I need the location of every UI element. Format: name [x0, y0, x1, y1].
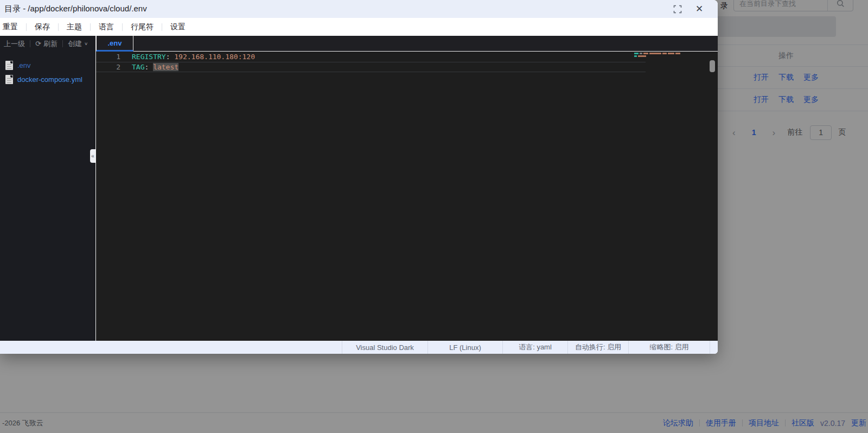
status-language[interactable]: 语言: yaml — [502, 341, 567, 354]
editor-statusbar: Visual Studio Dark LF (Linux) 语言: yaml 自… — [0, 341, 718, 354]
file-editor-dialog: 目录 - /app/docker/philonova/cloud/.env ✕ … — [0, 0, 718, 354]
dialog-title: 目录 - /app/docker/philonova/cloud/.env — [4, 4, 672, 14]
dialog-titlebar: 目录 - /app/docker/philonova/cloud/.env ✕ — [0, 0, 718, 18]
divider — [62, 40, 63, 47]
file-icon — [5, 75, 13, 84]
code-line-1: REGISTRY: 192.168.110.180:120 — [132, 52, 255, 62]
file-item-docker-compose[interactable]: docker-compose.yml — [0, 72, 95, 86]
create-button[interactable]: 创建 ∨ — [68, 39, 88, 49]
file-item-env[interactable]: .env — [0, 58, 95, 72]
editor-scrollbar[interactable] — [710, 60, 715, 72]
line-number: 2 — [96, 62, 120, 72]
code-line-2: TAG: latest — [132, 62, 255, 72]
statusbar-end — [710, 341, 718, 354]
divider — [30, 40, 30, 47]
close-icon: ✕ — [695, 4, 703, 14]
status-line-ending[interactable]: LF (Linux) — [427, 341, 502, 354]
code-editor[interactable]: 1 2 REGISTRY: 192.168.110.180:120 TAG: l… — [96, 52, 718, 341]
line-number-gutter: 1 2 — [96, 52, 120, 72]
sidebar-collapse-button[interactable]: « — [90, 149, 95, 163]
file-list: .env docker-compose.yml — [0, 52, 95, 86]
collapse-icon: « — [91, 153, 94, 159]
minimap[interactable] — [634, 53, 694, 58]
menu-language[interactable]: 语言 — [91, 22, 122, 32]
refresh-button[interactable]: ⟳ 刷新 — [35, 39, 58, 49]
up-level-button[interactable]: 上一级 — [4, 39, 25, 49]
file-tree-panel: 上一级 ⟳ 刷新 创建 ∨ .env — [0, 36, 96, 341]
file-icon — [5, 61, 13, 70]
fullscreen-button[interactable] — [672, 4, 683, 15]
file-tree-toolbar: 上一级 ⟳ 刷新 创建 ∨ — [0, 36, 95, 52]
line-number: 1 — [96, 52, 120, 62]
status-minimap[interactable]: 缩略图: 启用 — [628, 341, 710, 354]
status-theme[interactable]: Visual Studio Dark — [342, 341, 427, 354]
fullscreen-icon — [673, 5, 682, 14]
chevron-down-icon: ∨ — [84, 41, 88, 46]
menu-reset[interactable]: 重置 — [3, 22, 26, 32]
status-word-wrap[interactable]: 自动换行: 启用 — [567, 341, 628, 354]
code-area: REGISTRY: 192.168.110.180:120 TAG: lates… — [132, 52, 255, 72]
selected-text: latest — [153, 63, 178, 71]
menu-save[interactable]: 保存 — [27, 22, 58, 32]
close-button[interactable]: ✕ — [694, 4, 705, 15]
menu-theme[interactable]: 主题 — [59, 22, 90, 32]
menu-line-ending[interactable]: 行尾符 — [123, 22, 162, 32]
refresh-icon: ⟳ — [35, 40, 41, 48]
editor-column: .env 1 2 REGISTRY: 192.168.110.180:120 T… — [96, 36, 718, 341]
editor-tabstrip: .env — [96, 36, 718, 52]
tab-env[interactable]: .env — [96, 36, 133, 52]
editor-menubar: 重置 保存 主题 语言 行尾符 设置 — [0, 18, 718, 36]
menu-settings[interactable]: 设置 — [162, 22, 194, 32]
editor-body: 上一级 ⟳ 刷新 创建 ∨ .env — [0, 36, 718, 341]
